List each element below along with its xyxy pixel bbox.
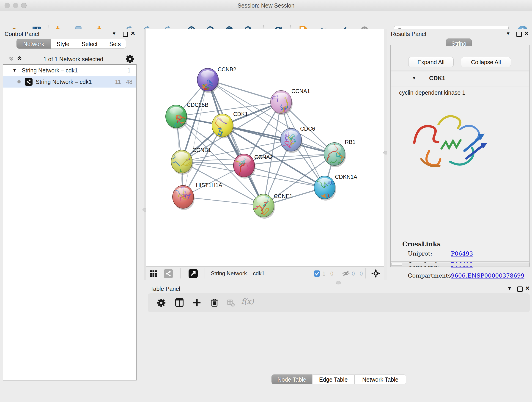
window-title: Session: New Session xyxy=(0,0,532,11)
vertical-splitter[interactable] xyxy=(384,29,387,280)
node-RB1[interactable]: RB1 xyxy=(324,139,355,168)
birds-eye-toggle-icon[interactable] xyxy=(371,269,380,278)
view-network-title: String Network – cdk1 xyxy=(211,270,265,277)
tab-network-table[interactable]: Network Table xyxy=(355,375,406,384)
control-panel-close-icon[interactable]: ✕ xyxy=(131,31,135,36)
table-panel-float-icon[interactable] xyxy=(517,287,523,292)
edge-CCNA2-CDKN1A[interactable] xyxy=(244,166,325,187)
crosslink-row: Uniprot:P06493 xyxy=(408,250,522,257)
edge-CDK1-RB1[interactable] xyxy=(222,125,335,154)
crosslink-label: Compartments: xyxy=(408,272,451,279)
title-bar: Session: New Session xyxy=(0,0,532,11)
network-row-selected[interactable]: String Network – cdk1 11 48 xyxy=(3,76,136,88)
viewbar-separator xyxy=(180,268,181,279)
expand-all-button[interactable]: Expand All xyxy=(408,57,454,67)
node-label-CCNE1: CCNE1 xyxy=(274,193,292,199)
detach-view-icon[interactable] xyxy=(189,269,198,278)
node-label-HIST1H1A: HIST1H1A xyxy=(196,182,222,188)
viewbar-separator xyxy=(205,268,205,279)
table-panel-menu-icon[interactable]: ▼ xyxy=(507,286,512,291)
vertical-splitter[interactable] xyxy=(144,29,146,280)
table-tabs: Node TableEdge TableNetwork Table xyxy=(272,375,406,384)
results-panel-float-icon[interactable] xyxy=(516,32,522,37)
results-panel: Results Panel ▼ ✕ String Expand All Coll… xyxy=(387,29,532,280)
delete-table-icon[interactable] xyxy=(227,299,235,307)
control-panel-float-icon[interactable] xyxy=(123,32,128,37)
network-name: String Network – cdk1 xyxy=(36,79,92,85)
protein-structure-image xyxy=(407,101,493,186)
function-builder-icon[interactable]: f(x) xyxy=(241,297,254,306)
protein-section-header[interactable]: ▼ CDK1 xyxy=(391,72,529,86)
node-label-CCNB1: CCNB1 xyxy=(192,147,211,153)
hidden-eye-icon[interactable] xyxy=(342,269,350,277)
network-type-icon xyxy=(25,78,32,86)
tab-style[interactable]: Style xyxy=(51,39,75,49)
collection-name: String Network – cdk1 xyxy=(22,67,78,74)
tab-select[interactable]: Select xyxy=(75,39,104,49)
control-panel-menu-icon[interactable]: ▼ xyxy=(112,31,116,36)
status-bar: Memory xyxy=(0,387,532,402)
edge-CCNB2-HIST1H1A[interactable] xyxy=(183,80,208,197)
network-node-count: 11 xyxy=(115,79,121,85)
table-options-gear-icon[interactable] xyxy=(157,298,166,307)
control-panel-tabs: NetworkStyleSelectSets xyxy=(17,39,126,49)
control-panel-title: Control Panel xyxy=(5,31,39,37)
protein-section: ▼ CDK1 cyclin-dependent kinase 1 CrossLi… xyxy=(391,72,529,262)
node-CDKN1A[interactable]: CDKN1A xyxy=(314,174,357,203)
viewbar-separator xyxy=(309,268,309,279)
network-graph[interactable]: CCNB2CCNA1CDC25BCDK1CDC6RB1CCNB1CCNA2CDK… xyxy=(146,29,384,266)
network-edge-count: 48 xyxy=(126,79,133,85)
node-HIST1H1A[interactable]: HIST1H1A xyxy=(172,182,222,210)
tab-edge-table[interactable]: Edge Table xyxy=(312,375,355,384)
node-label-CDKN1A: CDKN1A xyxy=(335,174,357,180)
node-label-CCNA2: CCNA2 xyxy=(254,154,273,160)
tab-sets[interactable]: Sets xyxy=(104,39,126,49)
table-toolbar: f(x) xyxy=(148,293,530,312)
add-column-icon[interactable] xyxy=(193,298,201,307)
selected-checkbox-icon[interactable] xyxy=(314,270,320,277)
tab-node-table[interactable]: Node Table xyxy=(272,375,312,384)
node-label-CCNA1: CCNA1 xyxy=(291,88,310,94)
results-panel-title: Results Panel xyxy=(391,31,426,37)
current-network-dot-icon xyxy=(17,80,21,83)
network-view-icon[interactable] xyxy=(164,269,173,278)
viewbar-separator xyxy=(365,268,366,279)
table-panel-close-icon[interactable]: ✕ xyxy=(525,286,530,291)
collapse-all-chevron-icon[interactable] xyxy=(8,56,15,62)
hidden-nodes-edges-count: 0 - 0 xyxy=(352,270,363,277)
node-CCNB1[interactable]: CCNB1 xyxy=(168,147,211,175)
collection-expand-triangle-icon[interactable]: ▼ xyxy=(12,68,17,73)
splitter-handle[interactable] xyxy=(336,281,341,284)
network-canvas[interactable]: CCNB2CCNA1CDC25BCDK1CDC6RB1CCNB1CCNA2CDK… xyxy=(146,29,384,266)
node-label-CCNB2: CCNB2 xyxy=(218,66,236,72)
node-CCNE1[interactable]: CCNE1 xyxy=(251,191,292,219)
tab-network[interactable]: Network xyxy=(17,39,51,49)
control-panel: Control Panel ▼ ✕ NetworkStyleSelectSets… xyxy=(0,29,144,387)
section-collapse-triangle-icon[interactable]: ▼ xyxy=(412,76,416,81)
selected-nodes-edges-count: 1 - 0 xyxy=(322,270,333,277)
node-label-CDC25B: CDC25B xyxy=(187,102,209,108)
scrollbar-thumb[interactable] xyxy=(391,263,402,266)
network-options-gear-icon[interactable] xyxy=(126,55,134,63)
network-view-toolbar: String Network – cdk1 1 - 0 0 - 0 xyxy=(146,266,384,281)
crosslink-link[interactable]: P06493 xyxy=(451,250,473,257)
node-label-RB1: RB1 xyxy=(345,139,355,145)
collapse-all-button[interactable]: Collapse All xyxy=(461,57,511,67)
crosslinks-title: CrossLinks xyxy=(402,241,441,248)
network-collection-row[interactable]: ▼ String Network – cdk1 1 xyxy=(3,65,136,76)
crosslink-link[interactable]: 9606.ENSP00000378699 xyxy=(451,272,525,279)
table-panel-title: Table Panel xyxy=(150,286,180,292)
grid-view-icon[interactable] xyxy=(150,269,158,278)
crosslink-row: Compartments:9606.ENSP00000378699 xyxy=(408,272,522,279)
node-label-CDC6: CDC6 xyxy=(300,126,315,132)
results-panel-menu-icon[interactable]: ▼ xyxy=(506,31,510,36)
collection-count: 1 xyxy=(127,67,131,74)
network-selector-text: 1 of 1 Network selected xyxy=(27,56,119,63)
show-columns-icon[interactable] xyxy=(175,298,184,307)
results-horizontal-scrollbar[interactable] xyxy=(391,263,530,266)
results-panel-close-icon[interactable]: ✕ xyxy=(524,31,529,36)
network-tree: ▼ String Network – cdk1 1 String Network… xyxy=(3,64,137,380)
edge-HIST1H1A-CCNE1[interactable] xyxy=(183,197,264,206)
expand-all-chevron-icon[interactable] xyxy=(16,56,23,62)
delete-column-trash-icon[interactable] xyxy=(210,298,219,307)
